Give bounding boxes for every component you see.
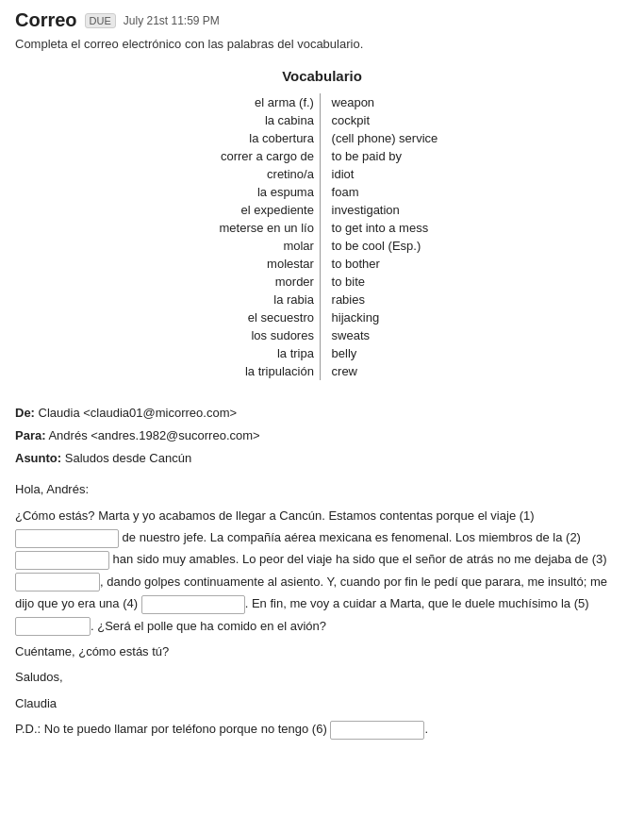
vocab-row: cretino/a idiot: [169, 165, 474, 183]
vocab-divider: [320, 291, 323, 308]
vocab-row: la espuma foam: [169, 183, 474, 201]
email-text-segment: . En fin, me voy a cuidar a Marta, que l…: [245, 596, 593, 610]
email-paragraph-1: ¿Cómo estás? Marta y yo acabamos de lleg…: [15, 505, 629, 637]
email-text-segment: . ¿Será el polle que ha comido en el avi…: [91, 619, 326, 633]
vocab-spanish: la cobertura: [169, 129, 320, 147]
vocab-row: el arma (f.) weapon: [169, 93, 474, 111]
vocab-spanish: el expediente: [169, 201, 320, 219]
vocab-spanish: la cabina: [169, 111, 320, 129]
vocab-english: to be cool (Esp.): [324, 237, 475, 255]
vocab-spanish: el secuestro: [169, 308, 320, 326]
vocab-divider: [320, 362, 323, 380]
vocab-english: hijacking: [324, 308, 475, 326]
vocab-english: foam: [324, 183, 475, 201]
vocab-english: idiot: [324, 165, 475, 183]
email-paragraph-2: Cuéntame, ¿cómo estás tú?: [15, 641, 629, 662]
fill-blank-6[interactable]: [330, 721, 424, 740]
from-label: De:: [15, 406, 35, 420]
vocab-divider: [320, 273, 323, 291]
email-from: De: Claudia <claudia01@micorreo.com>: [15, 403, 629, 424]
vocab-title: Vocabulario: [15, 68, 629, 84]
vocab-row: meterse en un lío to get into a mess: [169, 219, 474, 237]
vocab-spanish: la tripulación: [169, 362, 320, 380]
vocab-divider: [320, 308, 323, 326]
email-to: Para: Andrés <andres.1982@sucorreo.com>: [15, 425, 629, 446]
page-title: Correo: [15, 9, 77, 31]
email-text-segment: han sido muy amables. Lo peor del viaje …: [109, 552, 610, 566]
fill-blank-2[interactable]: [15, 551, 109, 570]
vocab-divider: [320, 326, 323, 344]
vocab-divider: [320, 237, 323, 255]
email-header: De: Claudia <claudia01@micorreo.com> Par…: [15, 403, 629, 469]
vocab-spanish: meterse en un lío: [169, 219, 320, 237]
vocab-row: el expediente investigation: [169, 201, 474, 219]
ps-end: .: [424, 722, 428, 736]
vocab-divider: [320, 129, 323, 147]
vocab-divider: [320, 93, 323, 111]
vocab-spanish: molar: [169, 237, 320, 255]
email-closing: Saludos,: [15, 666, 629, 688]
email-section: De: Claudia <claudia01@micorreo.com> Par…: [15, 403, 629, 741]
email-text-segment: ¿Cómo estás? Marta y yo acabamos de lleg…: [15, 508, 537, 523]
email-ps: P.D.: No te puedo llamar por teléfono po…: [15, 718, 629, 740]
email-signature: Claudia: [15, 692, 629, 714]
vocab-row: la rabia rabies: [169, 291, 474, 308]
page-header: Correo DUE July 21st 11:59 PM: [15, 9, 629, 31]
vocab-table: el arma (f.) weaponla cabina cockpitla c…: [169, 93, 474, 380]
vocab-row: molestar to bother: [169, 255, 474, 273]
vocab-spanish: los sudores: [169, 326, 320, 344]
vocab-english: to bother: [324, 255, 475, 273]
ps-text: P.D.: No te puedo llamar por teléfono po…: [15, 722, 330, 736]
vocab-row: la tripa belly: [169, 344, 474, 362]
vocab-english: rabies: [324, 291, 475, 308]
vocab-spanish: el arma (f.): [169, 93, 320, 111]
vocab-spanish: la espuma: [169, 183, 320, 201]
vocab-divider: [320, 201, 323, 219]
vocab-row: molar to be cool (Esp.): [169, 237, 474, 255]
vocab-row: morder to bite: [169, 273, 474, 291]
from-value: Claudia <claudia01@micorreo.com>: [39, 406, 237, 420]
subject-value: Saludos desde Cancún: [65, 451, 191, 465]
vocab-english: belly: [324, 344, 475, 362]
vocab-spanish: la rabia: [169, 291, 320, 308]
vocab-spanish: morder: [169, 273, 320, 291]
subject-label: Asunto:: [15, 451, 61, 465]
email-text-segment: de nuestro jefe. La compañía aérea mexic…: [119, 530, 585, 544]
vocab-row: la cobertura (cell phone) service: [169, 129, 474, 147]
fill-blank-4[interactable]: [141, 595, 245, 614]
vocab-divider: [320, 344, 323, 362]
fill-blank-1[interactable]: [15, 529, 119, 548]
vocab-spanish: cretino/a: [169, 165, 320, 183]
to-label: Para:: [15, 428, 46, 442]
vocab-divider: [320, 111, 323, 129]
vocab-english: weapon: [324, 93, 475, 111]
email-greeting: Hola, Andrés:: [15, 478, 629, 500]
vocab-divider: [320, 219, 323, 237]
vocab-english: cockpit: [324, 111, 475, 129]
vocab-row: correr a cargo de to be paid by: [169, 147, 474, 165]
vocab-divider: [320, 255, 323, 273]
vocab-spanish: correr a cargo de: [169, 147, 320, 165]
vocab-english: (cell phone) service: [324, 129, 475, 147]
vocab-divider: [320, 147, 323, 165]
vocab-divider: [320, 183, 323, 201]
vocab-section: Vocabulario el arma (f.) weaponla cabina…: [15, 68, 629, 380]
vocab-spanish: molestar: [169, 255, 320, 273]
fill-blank-3[interactable]: [15, 573, 100, 591]
vocab-divider: [320, 165, 323, 183]
vocab-english: sweats: [324, 326, 475, 344]
due-date: July 21st 11:59 PM: [124, 14, 220, 27]
fill-blank-5[interactable]: [15, 617, 91, 636]
email-subject: Asunto: Saludos desde Cancún: [15, 448, 629, 469]
vocab-english: investigation: [324, 201, 475, 219]
email-body: Hola, Andrés:¿Cómo estás? Marta y yo aca…: [15, 478, 629, 740]
vocab-english: to get into a mess: [324, 219, 475, 237]
vocab-row: la tripulación crew: [169, 362, 474, 380]
vocab-row: la cabina cockpit: [169, 111, 474, 129]
vocab-english: crew: [324, 362, 475, 380]
instructions-text: Completa el correo electrónico con las p…: [15, 37, 629, 51]
due-badge: DUE: [85, 13, 116, 28]
vocab-row: el secuestro hijacking: [169, 308, 474, 326]
vocab-row: los sudores sweats: [169, 326, 474, 344]
vocab-spanish: la tripa: [169, 344, 320, 362]
